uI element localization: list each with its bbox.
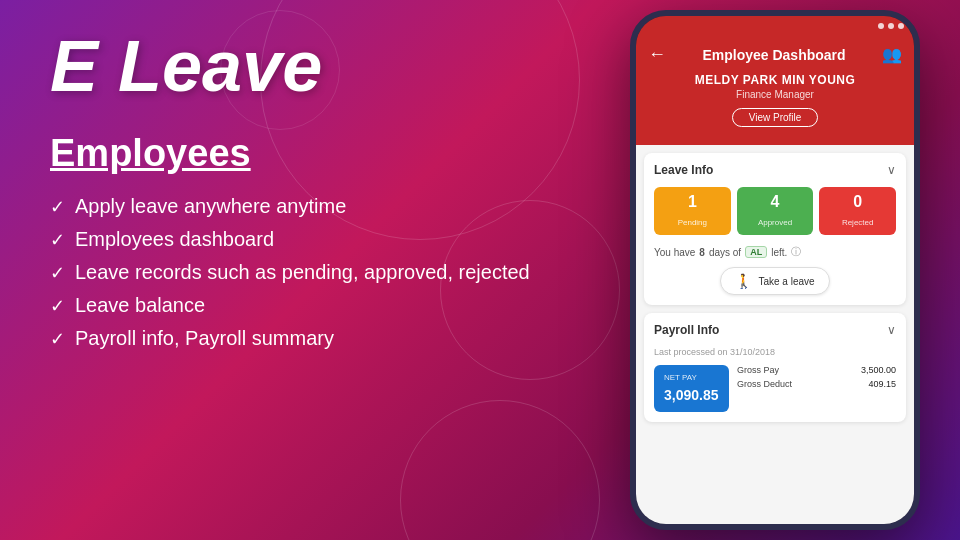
days-count: 8 — [699, 247, 705, 258]
approved-label: Approved — [758, 218, 792, 227]
feature-text-2: Employees dashboard — [75, 228, 274, 251]
gross-deduct-row: Gross Deduct 409.15 — [737, 379, 896, 389]
gross-pay-value: 3,500.00 — [861, 365, 896, 375]
back-button[interactable]: ← — [648, 44, 666, 65]
feature-item-1: ✓ Apply leave anywhere anytime — [50, 195, 590, 218]
app-header-top: ← Employee Dashboard 👥 — [648, 44, 902, 65]
net-pay-amount: 3,090.85 — [664, 387, 719, 403]
left-panel: E Leave Employees ✓ Apply leave anywhere… — [50, 30, 590, 350]
check-icon-1: ✓ — [50, 196, 65, 218]
phone-container: ← Employee Dashboard 👥 MELDY PARK MIN YO… — [630, 10, 920, 530]
decorative-circle-2 — [400, 400, 600, 540]
payroll-info-card: Payroll Info ∨ Last processed on 31/10/2… — [644, 313, 906, 422]
al-badge: AL — [745, 246, 767, 258]
feature-item-3: ✓ Leave records such as pending, approve… — [50, 261, 590, 284]
gross-deduct-value: 409.15 — [868, 379, 896, 389]
leave-info-label: Leave Info — [654, 163, 713, 177]
phone-frame: ← Employee Dashboard 👥 MELDY PARK MIN YO… — [630, 10, 920, 530]
battery-icon — [898, 23, 904, 29]
rejected-count: 0 — [823, 193, 892, 211]
phone-status-bar — [636, 16, 914, 36]
take-leave-button[interactable]: 🚶 Take a leave — [720, 267, 829, 295]
walk-icon: 🚶 — [735, 273, 752, 289]
feature-item-2: ✓ Employees dashboard — [50, 228, 590, 251]
payroll-chevron-icon[interactable]: ∨ — [887, 323, 896, 337]
days-unit: days of — [709, 247, 741, 258]
wifi-icon — [888, 23, 894, 29]
payroll-content: NET PAY 3,090.85 Gross Pay 3,500.00 Gros… — [654, 365, 896, 412]
payroll-info-header: Payroll Info ∨ — [654, 323, 896, 337]
rejected-stat-box: 0 Rejected — [819, 187, 896, 235]
check-icon-4: ✓ — [50, 295, 65, 317]
app-content: Leave Info ∨ 1 Pending 4 Approved 0 Reje… — [636, 145, 914, 530]
check-icon-5: ✓ — [50, 328, 65, 350]
net-pay-box: NET PAY 3,090.85 — [654, 365, 729, 412]
employee-role: Finance Manager — [648, 89, 902, 100]
leave-info-chevron-icon[interactable]: ∨ — [887, 163, 896, 177]
days-suffix: left. — [771, 247, 787, 258]
view-profile-button[interactable]: View Profile — [732, 108, 819, 127]
payroll-info-label: Payroll Info — [654, 323, 719, 337]
signal-icon — [878, 23, 884, 29]
info-icon: ⓘ — [791, 245, 801, 259]
feature-text-5: Payroll info, Payroll summary — [75, 327, 334, 350]
payroll-details: Gross Pay 3,500.00 Gross Deduct 409.15 — [737, 365, 896, 412]
app-title: E Leave — [50, 30, 590, 102]
feature-text-4: Leave balance — [75, 294, 205, 317]
leave-info-card: Leave Info ∨ 1 Pending 4 Approved 0 Reje… — [644, 153, 906, 305]
gross-pay-row: Gross Pay 3,500.00 — [737, 365, 896, 375]
gross-deduct-label: Gross Deduct — [737, 379, 792, 389]
payroll-date: Last processed on 31/10/2018 — [654, 347, 896, 357]
pending-label: Pending — [678, 218, 707, 227]
app-header: ← Employee Dashboard 👥 MELDY PARK MIN YO… — [636, 36, 914, 145]
feature-list: ✓ Apply leave anywhere anytime ✓ Employe… — [50, 195, 590, 350]
rejected-label: Rejected — [842, 218, 874, 227]
check-icon-2: ✓ — [50, 229, 65, 251]
approved-stat-box: 4 Approved — [737, 187, 814, 235]
check-icon-3: ✓ — [50, 262, 65, 284]
feature-item-5: ✓ Payroll info, Payroll summary — [50, 327, 590, 350]
approved-count: 4 — [741, 193, 810, 211]
leave-stats: 1 Pending 4 Approved 0 Rejected — [654, 187, 896, 235]
net-pay-label: NET PAY — [664, 373, 719, 382]
feature-item-4: ✓ Leave balance — [50, 294, 590, 317]
dashboard-title: Employee Dashboard — [702, 47, 845, 63]
leave-days-info: You have 8 days of AL left. ⓘ — [654, 245, 896, 259]
take-leave-label: Take a leave — [758, 276, 814, 287]
employee-name: MELDY PARK MIN YOUNG — [648, 73, 902, 87]
feature-text-1: Apply leave anywhere anytime — [75, 195, 346, 218]
leave-info-header: Leave Info ∨ — [654, 163, 896, 177]
gross-pay-label: Gross Pay — [737, 365, 779, 375]
status-icons — [878, 23, 904, 29]
feature-text-3: Leave records such as pending, approved,… — [75, 261, 530, 284]
pending-count: 1 — [658, 193, 727, 211]
people-icon: 👥 — [882, 45, 902, 64]
days-text: You have — [654, 247, 695, 258]
section-heading: Employees — [50, 132, 590, 175]
pending-stat-box: 1 Pending — [654, 187, 731, 235]
